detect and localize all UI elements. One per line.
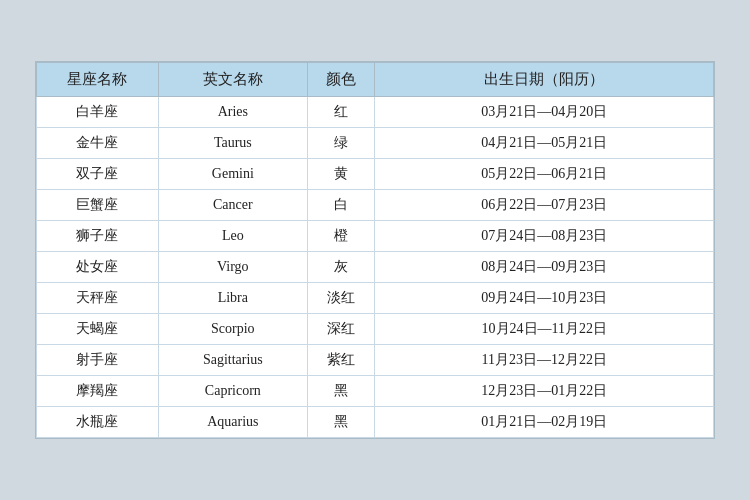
cell-english-name: Virgo [158,252,307,283]
cell-color: 绿 [307,128,375,159]
cell-color: 深红 [307,314,375,345]
header-english-name: 英文名称 [158,63,307,97]
cell-chinese-name: 金牛座 [37,128,159,159]
table-row: 天秤座Libra淡红09月24日—10月23日 [37,283,714,314]
cell-english-name: Leo [158,221,307,252]
cell-chinese-name: 狮子座 [37,221,159,252]
cell-english-name: Aquarius [158,407,307,438]
cell-birth-date: 08月24日—09月23日 [375,252,714,283]
cell-color: 橙 [307,221,375,252]
cell-birth-date: 05月22日—06月21日 [375,159,714,190]
cell-birth-date: 10月24日—11月22日 [375,314,714,345]
cell-chinese-name: 天秤座 [37,283,159,314]
cell-chinese-name: 双子座 [37,159,159,190]
header-chinese-name: 星座名称 [37,63,159,97]
cell-chinese-name: 天蝎座 [37,314,159,345]
table-row: 双子座Gemini黄05月22日—06月21日 [37,159,714,190]
table-row: 金牛座Taurus绿04月21日—05月21日 [37,128,714,159]
table-row: 处女座Virgo灰08月24日—09月23日 [37,252,714,283]
table-row: 射手座Sagittarius紫红11月23日—12月22日 [37,345,714,376]
cell-english-name: Capricorn [158,376,307,407]
zodiac-table-container: 星座名称 英文名称 颜色 出生日期（阳历） 白羊座Aries红03月21日—04… [35,61,715,439]
cell-color: 黄 [307,159,375,190]
cell-english-name: Sagittarius [158,345,307,376]
cell-english-name: Gemini [158,159,307,190]
cell-chinese-name: 白羊座 [37,97,159,128]
cell-birth-date: 09月24日—10月23日 [375,283,714,314]
cell-english-name: Aries [158,97,307,128]
cell-birth-date: 03月21日—04月20日 [375,97,714,128]
cell-chinese-name: 巨蟹座 [37,190,159,221]
cell-chinese-name: 摩羯座 [37,376,159,407]
table-row: 水瓶座Aquarius黑01月21日—02月19日 [37,407,714,438]
header-birth-date: 出生日期（阳历） [375,63,714,97]
cell-color: 白 [307,190,375,221]
table-header-row: 星座名称 英文名称 颜色 出生日期（阳历） [37,63,714,97]
cell-chinese-name: 处女座 [37,252,159,283]
cell-color: 淡红 [307,283,375,314]
cell-english-name: Libra [158,283,307,314]
cell-color: 黑 [307,407,375,438]
table-row: 巨蟹座Cancer白06月22日—07月23日 [37,190,714,221]
cell-color: 红 [307,97,375,128]
cell-color: 紫红 [307,345,375,376]
cell-chinese-name: 射手座 [37,345,159,376]
cell-chinese-name: 水瓶座 [37,407,159,438]
table-row: 白羊座Aries红03月21日—04月20日 [37,97,714,128]
table-row: 天蝎座Scorpio深红10月24日—11月22日 [37,314,714,345]
cell-birth-date: 04月21日—05月21日 [375,128,714,159]
table-row: 狮子座Leo橙07月24日—08月23日 [37,221,714,252]
cell-english-name: Cancer [158,190,307,221]
cell-english-name: Taurus [158,128,307,159]
cell-birth-date: 12月23日—01月22日 [375,376,714,407]
cell-birth-date: 11月23日—12月22日 [375,345,714,376]
cell-color: 灰 [307,252,375,283]
cell-birth-date: 07月24日—08月23日 [375,221,714,252]
cell-color: 黑 [307,376,375,407]
cell-birth-date: 06月22日—07月23日 [375,190,714,221]
table-row: 摩羯座Capricorn黑12月23日—01月22日 [37,376,714,407]
header-color: 颜色 [307,63,375,97]
cell-birth-date: 01月21日—02月19日 [375,407,714,438]
zodiac-table: 星座名称 英文名称 颜色 出生日期（阳历） 白羊座Aries红03月21日—04… [36,62,714,438]
cell-english-name: Scorpio [158,314,307,345]
